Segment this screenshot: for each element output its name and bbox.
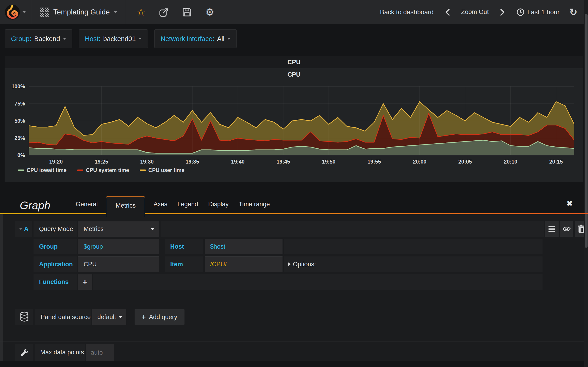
variable-dropdown-group[interactable]: Group: Backend bbox=[5, 29, 72, 48]
legend-item[interactable]: CPU system time bbox=[77, 167, 129, 173]
datasource-select[interactable]: default bbox=[92, 309, 126, 325]
max-data-points-label: Max data points bbox=[35, 344, 85, 361]
add-function-button[interactable]: + bbox=[78, 274, 92, 290]
series-name: CPU iowait time bbox=[27, 167, 67, 173]
tab-legend[interactable]: Legend bbox=[173, 201, 203, 214]
star-dashboard-button[interactable]: ☆ bbox=[135, 0, 147, 24]
tab-underline bbox=[0, 213, 588, 214]
time-shift-forward-button[interactable] bbox=[497, 8, 509, 16]
svg-text:19:30: 19:30 bbox=[140, 159, 154, 165]
add-query-button[interactable]: + Add query bbox=[135, 309, 184, 325]
query-letter: A bbox=[24, 225, 29, 233]
cpu-chart[interactable]: 0%25%50%75%100%19:2019:2519:3019:3519:40… bbox=[7, 83, 581, 165]
chart-legend: CPU iowait time CPU system time CPU user… bbox=[18, 167, 583, 173]
tab-axes[interactable]: Axes bbox=[148, 201, 172, 214]
query-menu-button[interactable] bbox=[545, 221, 559, 237]
datasource-row: Panel data source default + Add query bbox=[15, 309, 588, 325]
chevron-down-icon bbox=[63, 38, 66, 40]
query-mode-value: Metrics bbox=[84, 225, 104, 233]
clock-icon bbox=[516, 8, 525, 16]
chevron-left-icon bbox=[445, 8, 450, 16]
refresh-button[interactable]: ↻ bbox=[567, 7, 579, 17]
svg-text:19:55: 19:55 bbox=[367, 159, 381, 165]
series-name: CPU system time bbox=[86, 167, 129, 173]
svg-text:20:00: 20:00 bbox=[413, 159, 426, 165]
series-swatch bbox=[77, 169, 83, 171]
legend-item[interactable]: CPU user time bbox=[140, 167, 184, 173]
datasource-label: Panel data source bbox=[35, 309, 91, 325]
item-input[interactable]: /CPU/ bbox=[205, 257, 283, 272]
zoom-out-button[interactable]: Zoom Out bbox=[461, 8, 489, 16]
dashboard-settings-button[interactable]: ⚙ bbox=[204, 0, 216, 24]
panel-editor: Graph General Metrics Axes Legend Displa… bbox=[0, 193, 588, 361]
dashboard-title-dropdown[interactable]: Templating Guide bbox=[32, 0, 125, 24]
svg-text:19:45: 19:45 bbox=[277, 159, 290, 165]
editor-tabs-row: Graph General Metrics Axes Legend Displa… bbox=[0, 193, 588, 214]
add-query-label: Add query bbox=[149, 314, 177, 321]
time-shift-back-button[interactable] bbox=[441, 8, 453, 16]
page-scrollbar[interactable] bbox=[584, 0, 588, 367]
query-collapse-toggle[interactable]: A bbox=[15, 221, 32, 237]
query-row-functions: Functions + bbox=[15, 274, 543, 290]
tab-display[interactable]: Display bbox=[203, 201, 234, 214]
scrollbar-thumb[interactable] bbox=[585, 14, 588, 248]
chevron-right-icon bbox=[500, 8, 505, 16]
dashboard-grid-icon bbox=[40, 8, 49, 17]
share-dashboard-button[interactable] bbox=[158, 0, 170, 24]
grafana-menu-button[interactable] bbox=[0, 0, 32, 24]
gear-icon: ⚙ bbox=[205, 7, 214, 17]
row-indent bbox=[15, 274, 32, 290]
panel-body: CPU 0%25%50%75%100%19:2019:2519:3019:351… bbox=[5, 68, 583, 182]
navbar-right: Back to dashboard Zoom Out Last 1 hour bbox=[380, 7, 588, 17]
tab-metrics[interactable]: Metrics bbox=[106, 196, 145, 217]
query-row-a: A Query Mode Metrics bbox=[15, 221, 588, 237]
refresh-icon: ↻ bbox=[569, 7, 577, 17]
query-toggle-visibility-button[interactable] bbox=[560, 221, 573, 237]
item-label: Item bbox=[165, 257, 203, 272]
svg-text:20:10: 20:10 bbox=[504, 159, 518, 165]
row-indent bbox=[15, 239, 32, 254]
back-to-dashboard-button[interactable]: Back to dashboard bbox=[380, 8, 434, 16]
close-editor-button[interactable]: ✖ bbox=[566, 200, 573, 207]
navbar: Templating Guide ☆ bbox=[0, 0, 588, 24]
panel-title-text: CPU bbox=[287, 59, 300, 66]
query-mode-select[interactable]: Metrics bbox=[78, 221, 159, 237]
datasource-value: default bbox=[97, 314, 116, 321]
save-dashboard-button[interactable] bbox=[181, 0, 193, 24]
group-input[interactable]: $group bbox=[78, 239, 159, 254]
series-swatch bbox=[140, 169, 146, 171]
query-row-filler bbox=[161, 221, 544, 237]
tab-general[interactable]: General bbox=[70, 201, 103, 214]
options-label: Options: bbox=[293, 261, 316, 268]
time-range-picker[interactable]: Last 1 hour bbox=[516, 8, 560, 16]
application-input[interactable]: CPU bbox=[78, 257, 159, 272]
svg-text:25%: 25% bbox=[15, 135, 25, 141]
chart-title: CPU bbox=[5, 71, 583, 78]
query-row-filler bbox=[284, 239, 543, 254]
options-toggle[interactable]: Options: bbox=[284, 261, 316, 268]
row-gap bbox=[161, 239, 163, 254]
plus-icon: + bbox=[142, 313, 146, 321]
query-row-group-host: Group $group Host $host bbox=[15, 239, 543, 254]
tab-time-range[interactable]: Time range bbox=[233, 201, 275, 214]
wrench-icon bbox=[20, 348, 29, 357]
cpu-panel: CPU CPU 0%25%50%75%100%19:2019:2519:3019… bbox=[5, 56, 583, 182]
svg-text:100%: 100% bbox=[11, 83, 25, 90]
template-variables-row: Group: Backend Host: backend01 Network i… bbox=[5, 29, 588, 48]
legend-item[interactable]: CPU iowait time bbox=[18, 167, 67, 173]
plus-icon: + bbox=[83, 277, 87, 286]
wrench-cell bbox=[15, 344, 33, 361]
svg-text:75%: 75% bbox=[15, 101, 25, 107]
host-label: Host bbox=[165, 239, 203, 254]
max-data-points-input[interactable] bbox=[86, 344, 114, 361]
metrics-tab-content: A Query Mode Metrics bbox=[0, 214, 588, 361]
panel-title[interactable]: CPU bbox=[5, 56, 583, 68]
caret-right-icon bbox=[288, 262, 291, 266]
group-label: Group bbox=[34, 239, 77, 254]
series-name: CPU user time bbox=[148, 167, 184, 173]
query-row-application-item: Application CPU Item /CPU/ Options: bbox=[15, 257, 543, 272]
variable-dropdown-host[interactable]: Host: backend01 bbox=[79, 29, 148, 48]
hamburger-icon bbox=[548, 226, 555, 232]
variable-dropdown-network-interface[interactable]: Network interface: All bbox=[154, 29, 237, 48]
host-input[interactable]: $host bbox=[205, 239, 283, 254]
